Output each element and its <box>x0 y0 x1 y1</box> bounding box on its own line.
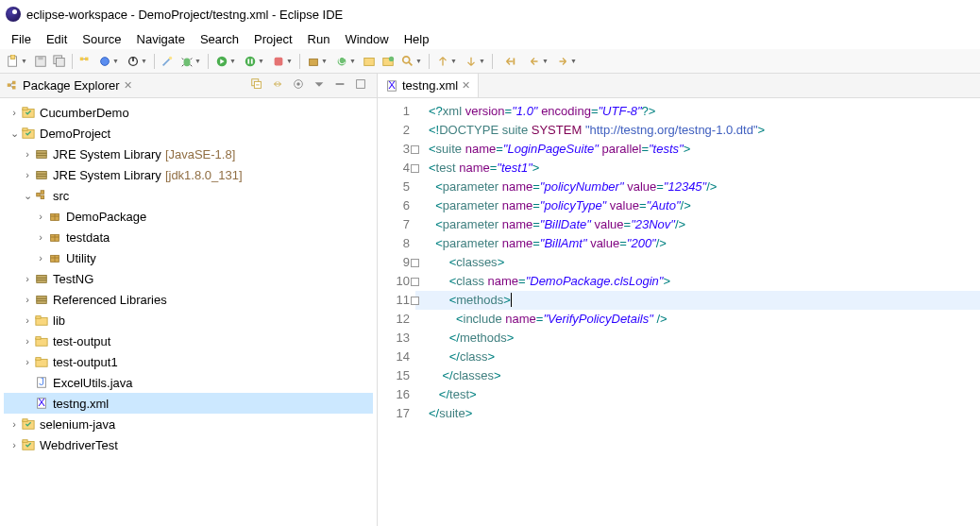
save-all-button[interactable] <box>51 53 68 70</box>
menu-window[interactable]: Window <box>337 30 396 48</box>
project-tree[interactable]: ›CucumberDemo⌄DemoProject›JRE System Lib… <box>0 98 377 526</box>
tree-twisty[interactable]: › <box>21 356 34 367</box>
toggle-breadcrumb-button[interactable] <box>76 53 93 70</box>
code-line[interactable]: </class> <box>415 348 980 366</box>
line-number[interactable]: 6 <box>380 196 410 215</box>
tree-twisty[interactable]: ⌄ <box>8 127 21 140</box>
code-line[interactable]: <include name="VerifyPolicyDetails" /> <box>415 310 980 329</box>
line-number[interactable]: 12 <box>380 310 410 329</box>
code-line[interactable]: <!DOCTYPE suite SYSTEM "http://testng.or… <box>415 121 980 140</box>
line-number[interactable]: 3 <box>380 140 410 159</box>
link-editor-button[interactable] <box>267 77 288 93</box>
forward-button[interactable]: ▼ <box>553 53 580 70</box>
line-number[interactable]: 16 <box>380 385 410 404</box>
tree-item[interactable]: ⌄src <box>4 185 373 206</box>
new-package-button[interactable]: ▼ <box>304 53 330 70</box>
new-class-button[interactable]: C▼ <box>332 53 359 70</box>
line-number[interactable]: 5 <box>380 178 410 196</box>
tree-twisty[interactable]: › <box>21 169 34 180</box>
code-line[interactable]: </classes> <box>415 366 980 385</box>
next-annotation-button[interactable]: ▼ <box>462 53 488 70</box>
close-tab-icon[interactable]: ✕ <box>462 79 470 92</box>
maximize-view-button[interactable] <box>350 77 371 93</box>
search-button[interactable]: ▼ <box>398 53 425 70</box>
tree-item[interactable]: ›Utility <box>4 247 373 268</box>
line-number[interactable]: 1 <box>380 102 410 121</box>
focus-task-button[interactable] <box>288 77 309 93</box>
coverage-run-button[interactable]: ▼ <box>241 53 267 70</box>
view-menu-button[interactable] <box>309 77 329 93</box>
line-number[interactable]: 7 <box>380 215 410 234</box>
prev-annotation-button[interactable]: ▼ <box>433 53 460 70</box>
tree-item[interactable]: ›WebdriverTest <box>4 434 373 455</box>
code-line[interactable]: <class name="DemoPackage.clsLogin"> <box>415 272 980 291</box>
tree-item[interactable]: ›test-output1 <box>4 351 373 372</box>
run-button[interactable]: ▼ <box>212 53 239 70</box>
tree-item[interactable]: JExcelUtils.java <box>4 372 373 393</box>
tree-item[interactable]: ›CucumberDemo <box>4 102 373 123</box>
menu-run[interactable]: Run <box>300 30 338 48</box>
line-number[interactable]: 10 <box>380 272 410 291</box>
tree-twisty[interactable]: › <box>21 335 34 347</box>
last-edit-button[interactable] <box>497 53 523 70</box>
line-number[interactable]: 8 <box>380 234 410 253</box>
tree-twisty[interactable]: › <box>21 314 34 326</box>
collapse-all-button[interactable] <box>246 77 267 93</box>
code-line[interactable]: </test> <box>415 385 980 404</box>
code-line[interactable]: <test name="test1"> <box>415 159 980 178</box>
line-number[interactable]: 17 <box>380 404 410 423</box>
code-line[interactable]: <methods> <box>415 291 980 310</box>
tree-item[interactable]: ›testdata <box>4 227 373 247</box>
code-line[interactable]: <suite name="LoginPageSuite" parallel="t… <box>415 140 980 159</box>
menu-project[interactable]: Project <box>246 30 299 48</box>
tree-twisty[interactable]: › <box>34 252 47 263</box>
menu-file[interactable]: File <box>4 30 39 48</box>
save-button[interactable] <box>32 53 49 70</box>
open-task-button[interactable] <box>380 53 397 70</box>
line-number[interactable]: 14 <box>380 348 410 366</box>
tree-item[interactable]: ›test-output <box>4 331 373 351</box>
tree-item[interactable]: Xtestng.xml <box>4 393 373 414</box>
tree-twisty[interactable]: › <box>21 148 34 160</box>
tree-twisty[interactable]: › <box>8 439 21 450</box>
new-button[interactable]: ▼ <box>4 53 30 70</box>
line-number[interactable]: 15 <box>380 366 410 385</box>
run-last-button[interactable]: ▼ <box>269 53 296 70</box>
coverage-button[interactable]: ▼ <box>124 53 150 70</box>
skip-breakpoints-button[interactable]: ▼ <box>95 53 122 70</box>
line-number[interactable]: 13 <box>380 329 410 348</box>
tree-item[interactable]: ›TestNG <box>4 268 373 289</box>
back-button[interactable]: ▼ <box>525 53 551 70</box>
tree-twisty[interactable]: › <box>8 418 21 430</box>
line-number[interactable]: 9 <box>380 253 410 272</box>
tree-item[interactable]: ›lib <box>4 310 373 331</box>
line-number[interactable]: 4 <box>380 159 410 178</box>
tree-item[interactable]: ›Referenced Libraries <box>4 289 373 310</box>
tree-item[interactable]: ›DemoPackage <box>4 206 373 227</box>
code-line[interactable]: <parameter name="BillAmt" value="200"/> <box>415 234 980 253</box>
tree-twisty[interactable]: › <box>21 273 34 284</box>
editor-gutter[interactable]: 1234567891011121314151617 <box>378 98 415 526</box>
tree-twisty[interactable]: › <box>34 231 47 243</box>
debug-button[interactable]: ▼ <box>177 53 204 70</box>
code-line[interactable]: </suite> <box>415 404 980 423</box>
tree-twisty[interactable]: › <box>21 294 34 305</box>
menu-navigate[interactable]: Navigate <box>129 30 193 48</box>
code-line[interactable]: <parameter name="policyNumber" value="12… <box>415 178 980 196</box>
tree-twisty[interactable]: › <box>8 107 21 118</box>
menu-source[interactable]: Source <box>75 30 128 48</box>
tree-item[interactable]: ›selenium-java <box>4 414 373 434</box>
close-view-icon[interactable]: ✕ <box>124 79 132 92</box>
code-line[interactable]: <classes> <box>415 253 980 272</box>
code-line[interactable]: </methods> <box>415 329 980 348</box>
tree-item[interactable]: ›JRE System Library[jdk1.8.0_131] <box>4 164 373 185</box>
code-line[interactable]: <?xml version="1.0" encoding="UTF-8"?> <box>415 102 980 121</box>
menu-search[interactable]: Search <box>193 30 246 48</box>
open-type-button[interactable] <box>361 53 378 70</box>
tree-twisty[interactable]: ⌄ <box>21 190 34 202</box>
code-line[interactable]: <parameter name="BillDate" value="23Nov"… <box>415 215 980 234</box>
editor-code-area[interactable]: <?xml version="1.0" encoding="UTF-8"?><!… <box>415 98 980 526</box>
code-line[interactable]: <parameter name="policyType" value="Auto… <box>415 196 980 215</box>
line-number[interactable]: 11 <box>380 291 410 310</box>
line-number[interactable]: 2 <box>380 121 410 140</box>
